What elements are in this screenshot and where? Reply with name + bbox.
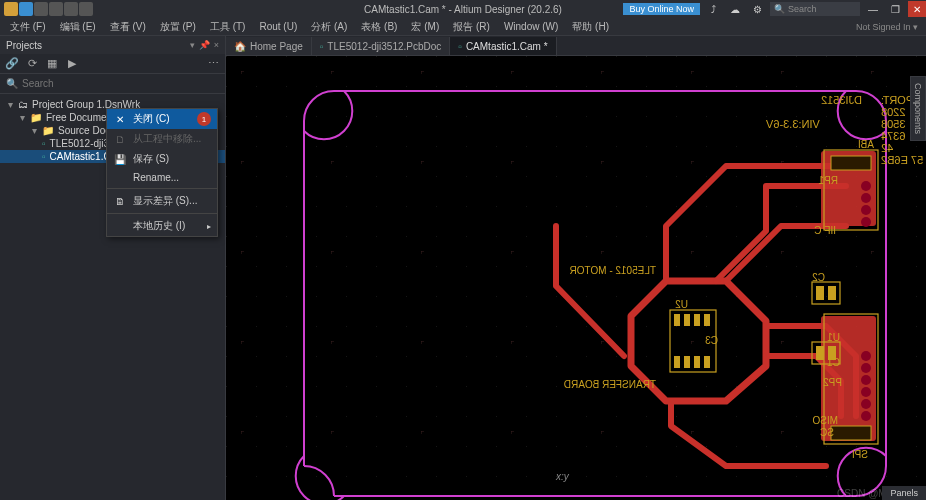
context-menu: ✕ 关闭 (C) 1 🗋 从工程中移除... 💾 保存 (S) Rename..… [106,108,218,237]
menu-analysis[interactable]: 分析 (A) [305,18,353,36]
menu-edit[interactable]: 编辑 (E) [54,18,102,36]
tab-pcbdoc[interactable]: ▫ TLE5012-dji3512.PcbDoc [312,37,451,55]
svg-point-17 [861,411,871,421]
collapse-icon[interactable]: ▾ [30,125,38,136]
menu-tools[interactable]: 工具 (T) [204,18,252,36]
toolbar-connect-icon[interactable]: 🔗 [4,56,20,72]
projects-panel-header: Projects ▾ 📌 × [0,36,225,54]
svg-point-9 [861,205,871,215]
ctx-divider [107,188,217,189]
svg-rect-11 [831,426,871,440]
svg-point-15 [861,387,871,397]
app-icon[interactable] [4,2,18,16]
svg-rect-27 [828,286,836,300]
menu-bar: 文件 (F) 编辑 (E) 查看 (V) 放置 (P) 工具 (T) Rout … [0,18,926,36]
menu-help[interactable]: 帮助 (H) [566,18,615,36]
menu-table[interactable]: 表格 (B) [355,18,403,36]
toolbar-options-icon[interactable]: ⋯ [205,56,221,72]
ctx-save[interactable]: 💾 保存 (S) [107,149,217,169]
collapse-icon[interactable]: ▾ [18,112,26,123]
pcb-view[interactable]: SUPPORT: DJI3512 2208 3508 6374 42 57 E6… [226,56,926,500]
home-icon: 🏠 [234,41,246,52]
document-tabs: 🏠 Home Page ▫ TLE5012-dji3512.PcbDoc ▫ C… [226,36,926,56]
svg-text:U1: U1 [827,332,840,343]
svg-text:U2: U2 [675,299,688,310]
menu-place[interactable]: 放置 (P) [154,18,202,36]
ctx-diff[interactable]: 🗎 显示差异 (S)... [107,191,217,211]
buy-online-button[interactable]: Buy Online Now [623,3,700,15]
cloud-icon[interactable]: ☁ [726,1,744,17]
window-title: CAMtastic1.Cam * - Altium Designer (20.2… [364,4,562,15]
close-button[interactable]: ✕ [908,1,926,17]
pcb-icon: ▫ [320,41,324,52]
toolbar-filter-icon[interactable]: ▦ [44,56,60,72]
toolbar-compile-icon[interactable]: ▶ [64,56,80,72]
projects-search-input[interactable] [22,78,219,89]
ctx-history[interactable]: 本地历史 (I) ▸ [107,216,217,236]
cam-icon: ▫ [42,151,46,162]
projects-panel: Projects ▾ 📌 × 🔗 ⟳ ▦ ▶ ⋯ 🔍 ▾ 🗂 Project G… [0,36,226,500]
svg-text:TRANSFER BOARD: TRANSFER BOARD [564,379,656,390]
svg-point-8 [861,193,871,203]
menu-window[interactable]: Window (W) [498,19,564,34]
svg-rect-26 [816,286,824,300]
quick-icon-5[interactable] [79,2,93,16]
svg-text:57 E6B2: 57 E6B2 [881,154,923,166]
collapse-icon[interactable]: ▾ [6,99,14,110]
projects-search: 🔍 [0,74,225,94]
menu-macro[interactable]: 宏 (M) [405,18,445,36]
global-search-input[interactable]: 🔍 Search [770,2,860,16]
svg-text:2208: 2208 [881,106,905,118]
menu-report[interactable]: 报告 (R) [447,18,496,36]
dirty-badge: 1 [197,112,211,126]
panel-close-icon[interactable]: × [214,40,219,50]
ctx-rename[interactable]: Rename... [107,169,217,186]
svg-text:TLE5012 - MOTOR: TLE5012 - MOTOR [569,265,656,276]
svg-point-12 [861,351,871,361]
components-side-tab[interactable]: Components [910,76,926,141]
titlebar-quick-icons [0,2,97,16]
svg-text:C3: C3 [705,335,718,346]
svg-rect-19 [684,314,690,326]
signin-status[interactable]: Not Signed In ▾ [856,22,922,32]
ctx-close[interactable]: ✕ 关闭 (C) 1 [107,109,217,129]
svg-point-7 [861,181,871,191]
panels-button[interactable]: Panels [882,486,926,500]
quick-icon-1[interactable] [19,2,33,16]
ctx-remove[interactable]: 🗋 从工程中移除... [107,129,217,149]
quick-icon-4[interactable] [64,2,78,16]
svg-text:SC: SC [820,427,834,438]
share-icon[interactable]: ⤴ [704,1,722,17]
quick-icon-2[interactable] [34,2,48,16]
minimize-button[interactable]: — [864,1,882,17]
folder-icon: 📁 [30,112,42,123]
gear-icon[interactable]: ⚙ [748,1,766,17]
pin-icon[interactable]: 📌 [199,40,210,50]
menu-file[interactable]: 文件 (F) [4,18,52,36]
search-icon: 🔍 [774,4,785,14]
dropdown-icon[interactable]: ▾ [190,40,195,50]
svg-text:DJI3512: DJI3512 [821,94,862,106]
ctx-divider [107,213,217,214]
pcb-canvas[interactable]: SUPPORT: DJI3512 2208 3508 6374 42 57 E6… [226,56,926,500]
svg-rect-28 [816,346,824,360]
content-area: 🏠 Home Page ▫ TLE5012-dji3512.PcbDoc ▫ C… [226,36,926,500]
svg-rect-20 [694,314,700,326]
svg-point-16 [861,399,871,409]
svg-text:3508: 3508 [881,118,905,130]
menu-rout[interactable]: Rout (U) [253,19,303,34]
quick-icon-3[interactable] [49,2,63,16]
svg-text:MISO: MISO [812,415,838,426]
tab-cam[interactable]: ▫ CAMtastic1.Cam * [450,37,556,55]
save-icon: 💾 [113,154,127,165]
svg-text:C2: C2 [812,272,825,283]
maximize-button[interactable]: ❐ [886,1,904,17]
svg-text:ABI: ABI [858,139,874,150]
submenu-arrow-icon: ▸ [207,222,211,231]
diff-icon: 🗎 [113,196,127,207]
title-bar: CAMtastic1.Cam * - Altium Designer (20.2… [0,0,926,18]
pcb-icon: ▫ [42,138,46,149]
menu-view[interactable]: 查看 (V) [104,18,152,36]
toolbar-refresh-icon[interactable]: ⟳ [24,56,40,72]
tab-home[interactable]: 🏠 Home Page [226,37,312,55]
